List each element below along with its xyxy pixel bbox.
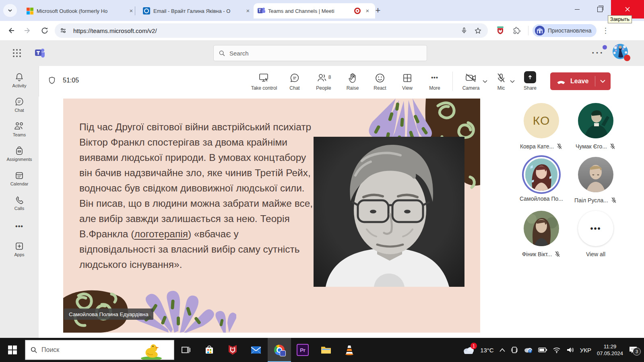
taskbar-search-input[interactable]: Поиск	[25, 340, 174, 360]
participant-tile[interactable]: Чумак Єго...	[568, 103, 624, 150]
presenter-name-tag: Самойлова Полина Едуардівна	[64, 309, 153, 320]
site-info-button[interactable]	[57, 25, 69, 36]
leave-options-chevron[interactable]	[595, 80, 610, 83]
microsoft-store-button[interactable]	[198, 338, 221, 362]
mic-button[interactable]: Mic	[490, 72, 512, 91]
chrome-button[interactable]	[268, 338, 291, 362]
weather-badge: 1	[471, 343, 477, 349]
volume-icon[interactable]	[566, 347, 574, 353]
app-launcher-button[interactable]	[12, 48, 22, 60]
view-all-label: View all	[586, 251, 605, 257]
language-indicator[interactable]: УКР	[580, 347, 591, 354]
header-more-button[interactable]: • • •	[592, 50, 603, 56]
react-button[interactable]: React	[366, 72, 394, 91]
react-smiley-icon	[375, 73, 385, 83]
camera-button[interactable]: Camera	[457, 72, 485, 91]
view-all-dots-icon[interactable]: •••	[578, 211, 613, 246]
search-placeholder: Поиск	[41, 346, 59, 354]
bell-icon	[14, 72, 24, 82]
tab-outlook-home[interactable]: Microsoft Outlook (formerly Ho ×	[22, 3, 139, 19]
view-all-tile[interactable]: ••• View all	[568, 211, 624, 257]
mic-options-chevron[interactable]	[510, 79, 516, 83]
extensions-button[interactable]	[510, 24, 523, 37]
viktor-frankl-photo	[314, 137, 464, 287]
start-button[interactable]	[0, 338, 25, 362]
participant-name: Самойлова По...	[520, 195, 563, 202]
logotherapy-link[interactable]: логотерапія	[134, 228, 188, 239]
notification-dot	[603, 45, 607, 49]
your-phone-icon[interactable]	[511, 346, 518, 354]
security-shield-icon	[47, 76, 56, 85]
vlc-cone-icon	[345, 345, 354, 355]
paused-extension-chip[interactable]: Приостановлена	[533, 24, 597, 37]
address-bar[interactable]: https://teams.microsoft.com/v2/	[55, 23, 488, 38]
avatar-photo	[524, 211, 559, 246]
participant-tile[interactable]: Паіл Русла...	[568, 157, 624, 204]
file-explorer-button[interactable]	[314, 338, 338, 362]
tab-close-icon[interactable]: ×	[128, 7, 135, 14]
forward-button[interactable]	[21, 24, 35, 37]
participant-tile[interactable]: Фіник Вікт...	[513, 211, 570, 257]
bookmark-button[interactable]	[471, 24, 485, 37]
view-button[interactable]: View	[394, 72, 421, 91]
camera-options-chevron[interactable]	[483, 79, 489, 83]
battery-icon[interactable]	[538, 347, 547, 353]
voice-search-button[interactable]	[457, 24, 471, 37]
people-button[interactable]: 8 People	[308, 72, 339, 91]
notification-count-badge: 3	[633, 348, 641, 356]
sidebar-item-apps[interactable]: Apps	[0, 241, 39, 257]
toolbar-divider	[528, 26, 528, 35]
tray-chevron-up-icon[interactable]	[500, 348, 505, 352]
share-button[interactable]: Share	[517, 72, 543, 91]
minimize-button[interactable]	[566, 0, 588, 19]
reload-button[interactable]	[38, 24, 52, 37]
extensions-puzzle-icon	[512, 27, 520, 35]
participant-tile-speaking[interactable]: Самойлова По...	[513, 157, 570, 202]
raise-hand-button[interactable]: Raise	[339, 72, 366, 91]
vlc-button[interactable]	[338, 338, 361, 362]
tab-title: Teams and Channels | Meeti	[268, 8, 352, 14]
back-button[interactable]	[4, 24, 18, 37]
mcafee-button[interactable]	[221, 338, 244, 362]
tab-email[interactable]: Email - Врайт Галина Яківна - О ×	[139, 3, 256, 19]
more-button[interactable]: ••• More	[421, 72, 448, 91]
premiere-button[interactable]: Pr	[291, 338, 314, 362]
chat-button[interactable]: Chat	[281, 72, 308, 91]
teams-search-input[interactable]: Search	[213, 45, 427, 61]
temperature-label[interactable]: 13°C	[480, 347, 494, 354]
mail-button[interactable]	[244, 338, 268, 362]
teams-logo[interactable]	[34, 47, 46, 61]
leave-button[interactable]: Leave	[550, 72, 611, 90]
clock[interactable]: 11:29 07.05.2024	[597, 343, 623, 357]
sidebar-item-calendar[interactable]: Calendar	[0, 171, 39, 186]
sidebar-item-teams[interactable]: Teams	[0, 121, 39, 137]
sidebar-item-assignments[interactable]: Assignments	[0, 146, 39, 162]
phone-icon	[14, 195, 24, 205]
tab-search-chevron-button[interactable]	[3, 4, 17, 17]
mcafee-extension-button[interactable]	[493, 24, 507, 37]
tab-title: Microsoft Outlook (formerly Ho	[37, 8, 124, 14]
task-view-button[interactable]	[174, 338, 198, 362]
url-text[interactable]: https://teams.microsoft.com/v2/	[73, 27, 457, 34]
close-tooltip: Закрыть	[608, 15, 632, 23]
browser-menu-button[interactable]: ⋮	[602, 26, 609, 35]
tab-close-icon[interactable]: ×	[244, 7, 252, 14]
take-control-button[interactable]: Take control	[247, 72, 281, 91]
weather-tray-item[interactable]: 1	[462, 346, 475, 354]
minimize-icon	[575, 9, 580, 10]
sidebar-item-calls[interactable]: Calls	[0, 195, 39, 211]
mic-off-icon	[611, 197, 617, 204]
search-icon	[219, 50, 225, 57]
onedrive-icon[interactable]	[524, 347, 533, 353]
wifi-icon[interactable]	[553, 347, 561, 353]
sidebar-more-button[interactable]: •••	[0, 223, 39, 230]
tab-teams-meeting[interactable]: T Teams and Channels | Meeti ×	[254, 3, 375, 19]
sidebar-item-activity[interactable]: Activity	[0, 72, 39, 88]
extension-icon	[535, 26, 545, 35]
new-tab-button[interactable]: +	[372, 5, 384, 16]
tab-close-icon[interactable]: ×	[364, 7, 371, 14]
participant-tile[interactable]: КО Ковра Кате...	[513, 103, 570, 150]
action-center-button[interactable]: 3	[629, 346, 638, 354]
sidebar-item-chat[interactable]: Chat	[0, 97, 39, 113]
browser-tab-strip: Microsoft Outlook (formerly Ho × Email -…	[0, 0, 644, 21]
